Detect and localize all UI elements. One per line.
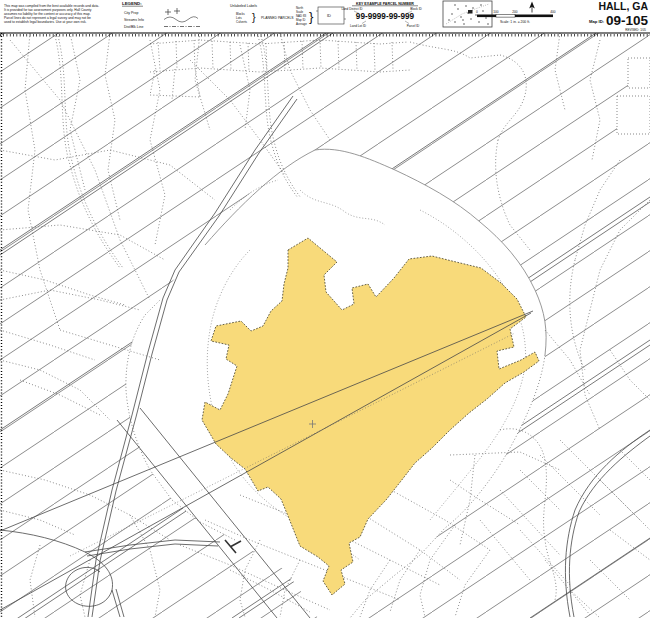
planned-item-culverts: Culverts	[236, 20, 248, 24]
map-id-label: Map ID:	[589, 19, 604, 24]
header: This map was compiled from the best avai…	[0, 0, 650, 33]
scale-tick-400: 400	[550, 10, 556, 14]
inset-locator-map[interactable]	[443, 1, 492, 27]
map-canvas[interactable]: This map was compiled from the best avai…	[0, 0, 650, 618]
parcel-key-land-lot: Land Lot ID	[350, 24, 367, 28]
element-acreage: Acreage	[296, 22, 307, 26]
parcel-key-title: KEY EXAMPLE PARCEL NUMBER	[356, 2, 414, 6]
county-title: HALL, GA	[598, 0, 648, 12]
legend-item-district-line: Dist/Blk Line	[124, 25, 144, 29]
parcel-key-number: 99-9999-99-999	[356, 12, 415, 21]
scale-tick-200: 200	[512, 10, 518, 14]
parcel-key-block: Block ID	[410, 7, 422, 11]
map-id-value: 09-105	[606, 13, 649, 28]
scale-tick-0: 0	[476, 10, 478, 14]
scale-caption: Scale: 1 in. = 200 ft.	[500, 20, 530, 24]
legend-item-city-prop: City Prop	[124, 11, 138, 15]
legend-item-streams: Streams Info	[124, 18, 144, 22]
example-parcel-id: ID	[327, 13, 331, 18]
disclaimer-text: This map was compiled from the best avai…	[4, 4, 99, 24]
revision-note: REVISED: 1/05	[625, 28, 646, 32]
map-area[interactable]	[0, 33, 650, 618]
locator-highlight-cell	[468, 10, 473, 14]
map-sheet: This map was compiled from the best avai…	[0, 0, 650, 618]
parcel-key-parcel-id: Parcel ID	[407, 24, 420, 28]
brace-glyph: }	[309, 9, 314, 24]
scale-tick-100: 100	[493, 10, 499, 14]
legend-unlabeled-title: Unlabeled Labels	[230, 4, 257, 8]
disclaimer-line: used to establish legal boundaries. Use …	[4, 20, 87, 24]
planned-parcels-label: PLANNED PARCELS	[261, 16, 294, 20]
parcel-key-land-district: Land District ID	[341, 7, 363, 11]
brace-glyph: }	[252, 11, 256, 23]
legend-title: LEGEND:	[122, 1, 142, 6]
